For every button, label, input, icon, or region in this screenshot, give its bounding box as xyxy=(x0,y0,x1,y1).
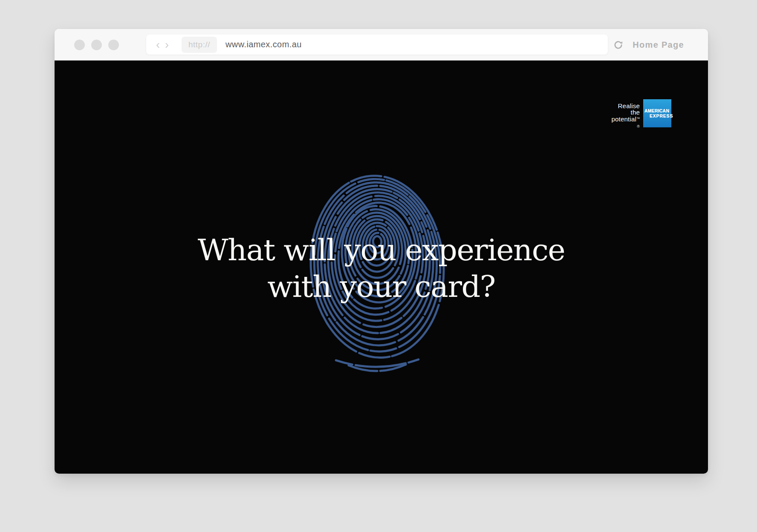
registered-symbol: ® xyxy=(611,124,640,129)
chrome-right-controls: Home Page xyxy=(613,29,684,60)
tagline-line1: Realise xyxy=(611,103,640,109)
home-page-link[interactable]: Home Page xyxy=(633,40,684,50)
protocol-chip: http:// xyxy=(182,37,217,53)
window-control-maximize-button[interactable] xyxy=(108,40,119,50)
tagline-block: Realise the potential™ ® xyxy=(611,99,640,129)
amex-logo-line2: EXPRESS xyxy=(650,113,671,119)
window-control-close-button[interactable] xyxy=(74,40,85,50)
refresh-icon[interactable] xyxy=(613,40,623,50)
tagline-line3-text: potential xyxy=(611,115,636,123)
american-express-logo[interactable]: AMERICAN EXPRESS xyxy=(643,99,671,127)
page-content: Realise the potential™ ® AMERICAN EXPRES… xyxy=(55,60,708,474)
window-control-minimize-button[interactable] xyxy=(91,40,102,50)
trademark-symbol: ™ xyxy=(636,117,640,121)
address-bar[interactable]: ‹ › http:// www.iamex.com.au xyxy=(146,35,608,55)
headline-line1: What will you experience xyxy=(55,232,708,268)
tagline: Realise the potential™ xyxy=(611,103,640,122)
url-text[interactable]: www.iamex.com.au xyxy=(225,40,302,49)
headline: What will you experience with your card? xyxy=(55,232,708,305)
headline-line2: with your card? xyxy=(55,268,708,305)
amex-brand-lockup: Realise the potential™ ® AMERICAN EXPRES… xyxy=(611,99,671,129)
window-controls xyxy=(74,29,119,60)
tagline-line3: potential™ xyxy=(611,115,640,122)
tagline-line2: the xyxy=(611,109,640,115)
browser-chrome: ‹ › http:// www.iamex.com.au Home Page xyxy=(55,29,708,60)
browser-window: ‹ › http:// www.iamex.com.au Home Page R… xyxy=(55,29,708,474)
